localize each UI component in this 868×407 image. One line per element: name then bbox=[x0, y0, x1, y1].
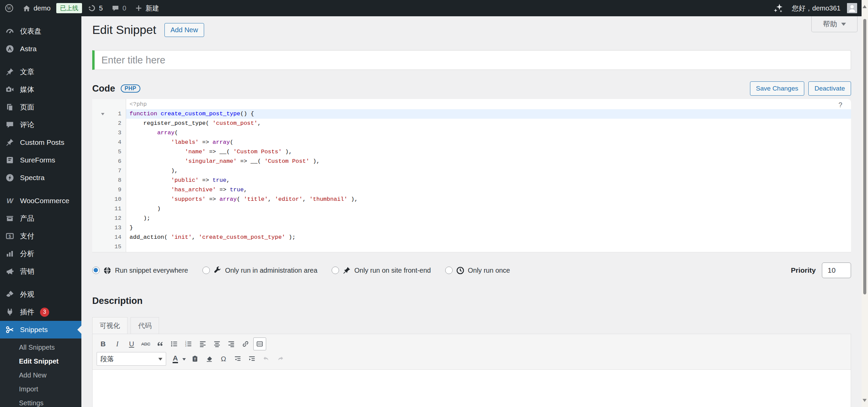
radio-admin-area[interactable] bbox=[202, 267, 210, 274]
submenu-item-settings[interactable]: Settings bbox=[0, 396, 81, 407]
new-content-menu[interactable]: 新建 bbox=[131, 0, 163, 16]
code-line[interactable]: 7 ), bbox=[92, 166, 851, 176]
tab-visual[interactable]: 可视化 bbox=[92, 317, 127, 334]
wordpress-logo-icon[interactable]: W bbox=[0, 0, 18, 16]
paragraph-select[interactable]: 段落 bbox=[97, 352, 166, 366]
save-changes-button[interactable]: Save Changes bbox=[750, 81, 805, 96]
italic-button[interactable]: I bbox=[111, 337, 124, 350]
text-color-arrow[interactable] bbox=[182, 358, 186, 362]
scope-option-front-end[interactable]: Only run on site front-end bbox=[332, 266, 431, 275]
my-account-menu[interactable]: 您好，demo361 bbox=[788, 0, 862, 16]
code-line[interactable]: 12 ); bbox=[92, 214, 851, 223]
home-icon bbox=[23, 4, 31, 12]
sidebar-item-posts[interactable]: 文章 bbox=[0, 63, 81, 81]
submenu-item-import[interactable]: Import bbox=[0, 382, 81, 396]
insert-link-button[interactable] bbox=[239, 337, 252, 350]
paragraph-format-label: 段落 bbox=[100, 354, 114, 364]
text-color-button[interactable]: A bbox=[169, 352, 182, 365]
align-left-button[interactable] bbox=[196, 337, 209, 350]
sidebar-item-dashboard[interactable]: 仪表盘 bbox=[0, 22, 81, 40]
code-line[interactable]: 13} bbox=[92, 223, 851, 233]
code-line[interactable]: 9 'has_archive' => true, bbox=[92, 185, 851, 195]
help-tab[interactable]: 帮助 bbox=[811, 16, 857, 32]
code-line[interactable]: <?php bbox=[92, 100, 851, 109]
sidebar-item-appearance[interactable]: 外观 bbox=[0, 286, 81, 303]
sidebar-item-sureforms[interactable]: SureForms bbox=[0, 151, 81, 169]
sidebar-item-products[interactable]: 产品 bbox=[0, 210, 81, 227]
strikethrough-button[interactable]: ABC bbox=[139, 337, 152, 350]
sidebar-item-analytics[interactable]: 分析 bbox=[0, 245, 81, 263]
updates-indicator[interactable]: 5 bbox=[83, 0, 107, 16]
submenu-item-add-new[interactable]: Add New bbox=[0, 368, 81, 382]
code-line[interactable]: 4 'labels' => array( bbox=[92, 138, 851, 147]
tab-code[interactable]: 代码 bbox=[131, 317, 159, 334]
editor-help-icon[interactable]: ? bbox=[839, 101, 842, 109]
sidebar-item-label: Spectra bbox=[20, 174, 44, 182]
sidebar-item-comments[interactable]: 评论 bbox=[0, 116, 81, 134]
alignl-icon bbox=[199, 340, 206, 348]
radio-everywhere[interactable] bbox=[92, 267, 100, 274]
radio-once[interactable] bbox=[445, 267, 453, 274]
code-editor[interactable]: <?php1function create_custom_post_type()… bbox=[92, 99, 851, 252]
align-center-button[interactable] bbox=[211, 337, 223, 350]
radio-front-end[interactable] bbox=[332, 267, 339, 274]
code-line[interactable]: 2 register_post_type( 'custom_post', bbox=[92, 119, 851, 128]
paste-as-text-button[interactable]: T bbox=[189, 352, 201, 365]
priority-input[interactable] bbox=[822, 263, 851, 278]
code-line[interactable]: 11 ) bbox=[92, 204, 851, 214]
page-scrollbar[interactable] bbox=[862, 0, 868, 407]
numbered-list-button[interactable]: 123 bbox=[182, 337, 195, 350]
line-number: 15 bbox=[92, 242, 126, 252]
scissors-icon bbox=[5, 325, 15, 334]
bold-glyph: B bbox=[100, 340, 105, 348]
sidebar-item-pages[interactable]: 页面 bbox=[0, 98, 81, 116]
snippet-title-input[interactable] bbox=[92, 50, 851, 70]
code-line[interactable]: 10 'supports' => array( 'title', 'editor… bbox=[92, 195, 851, 204]
scroll-down-arrow-icon[interactable] bbox=[863, 399, 867, 404]
sidebar-item-snippets[interactable]: Snippets bbox=[0, 321, 81, 338]
visit-site-menu[interactable]: demo bbox=[18, 0, 55, 16]
sidebar-item-plugins[interactable]: 插件3 bbox=[0, 303, 81, 321]
clear-formatting-button[interactable] bbox=[203, 352, 216, 365]
submenu-item-edit-snippet[interactable]: Edit Snippet bbox=[0, 354, 81, 368]
sidebar-item-marketing[interactable]: 营销 bbox=[0, 263, 81, 280]
sidebar-item-custom-posts[interactable]: Custom Posts bbox=[0, 134, 81, 151]
comments-indicator[interactable]: 0 bbox=[107, 0, 131, 16]
outdent-button[interactable] bbox=[231, 352, 244, 365]
code-line[interactable]: 14add_action( 'init', 'create_custom_pos… bbox=[92, 233, 851, 242]
bulleted-list-button[interactable] bbox=[168, 337, 181, 350]
scope-option-everywhere[interactable]: Run snippet everywhere bbox=[92, 266, 188, 275]
undo-button[interactable] bbox=[260, 352, 273, 365]
underline-glyph: U bbox=[129, 340, 134, 348]
code-line[interactable]: 6 'singular_name' => __( 'Custom Post' )… bbox=[92, 157, 851, 166]
special-character-button[interactable]: Ω bbox=[217, 352, 230, 365]
indent-button[interactable] bbox=[245, 352, 258, 365]
sidebar-item-spectra[interactable]: Spectra bbox=[0, 169, 81, 187]
scroll-up-arrow-icon[interactable] bbox=[863, 3, 867, 8]
ai-assistant-button[interactable] bbox=[769, 0, 788, 16]
code-fold-arrow-icon[interactable] bbox=[101, 113, 104, 117]
scrollbar-thumb[interactable] bbox=[863, 19, 866, 294]
code-line[interactable]: 5 'name' => __( 'Custom Posts' ), bbox=[92, 147, 851, 157]
underline-button[interactable]: U bbox=[125, 337, 138, 350]
bold-button[interactable]: B bbox=[97, 337, 110, 350]
sidebar-item-astra[interactable]: Astra bbox=[0, 40, 81, 58]
scope-option-once[interactable]: Only run once bbox=[445, 266, 510, 275]
sidebar-item-payments[interactable]: $支付 bbox=[0, 227, 81, 245]
sidebar-item-woocommerce[interactable]: WWooCommerce bbox=[0, 192, 81, 210]
align-right-button[interactable] bbox=[225, 337, 238, 350]
sidebar-item-media[interactable]: 媒体 bbox=[0, 81, 81, 98]
sidebar-item-label: 营销 bbox=[20, 267, 34, 276]
add-new-button[interactable]: Add New bbox=[164, 23, 204, 37]
blockquote-button[interactable] bbox=[154, 337, 166, 350]
code-line[interactable]: 1function create_custom_post_type() { bbox=[92, 109, 851, 119]
code-line[interactable]: 8 'public' => true, bbox=[92, 176, 851, 185]
submenu-item-all-snippets[interactable]: All Snippets bbox=[0, 341, 81, 354]
code-line[interactable]: 15 bbox=[92, 242, 851, 252]
code-line[interactable]: 3 array( bbox=[92, 128, 851, 138]
toolbar-toggle-button[interactable] bbox=[253, 337, 266, 350]
deactivate-button[interactable]: Deactivate bbox=[808, 81, 851, 96]
description-content-area[interactable] bbox=[93, 370, 851, 407]
scope-option-admin-area[interactable]: Only run in administration area bbox=[202, 266, 317, 275]
redo-button[interactable] bbox=[274, 352, 287, 365]
